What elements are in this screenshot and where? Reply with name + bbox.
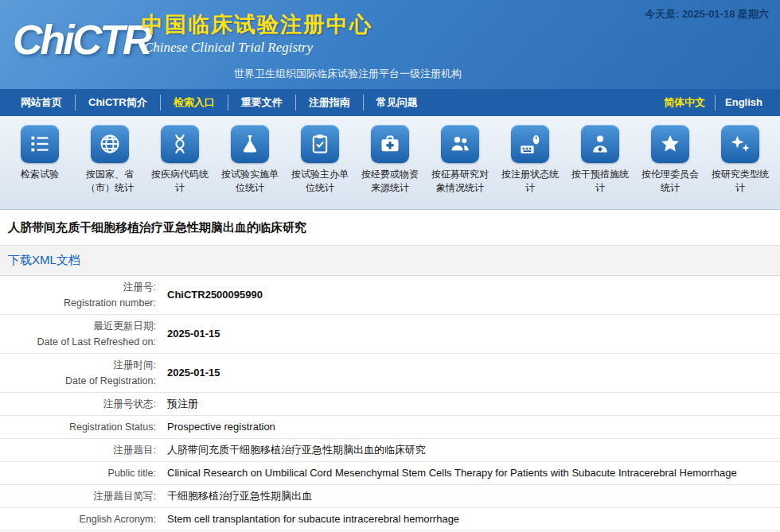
table-row-last-refreshed: 最近更新日期: Date of Last Refreshed on: 2025-… bbox=[0, 315, 780, 354]
toolbar-item-stats-by-country[interactable]: 按国家、省（市）统计 bbox=[75, 125, 145, 204]
row-label: Public title: bbox=[0, 465, 156, 481]
toolbar-item-label: 检索试验 bbox=[7, 168, 72, 181]
toolbar-item-label: 按经费或物资来源统计 bbox=[357, 168, 423, 195]
flask-icon bbox=[231, 125, 269, 163]
row-label: 注册题目: bbox=[0, 442, 156, 458]
toolbar-item-stats-by-ethics-committee[interactable]: 按伦理委员会统计 bbox=[635, 125, 705, 204]
row-label: 注册题目简写: bbox=[0, 488, 156, 504]
nav-item-search-entry[interactable]: 检索入口 bbox=[160, 95, 228, 111]
lang-simplified-chinese[interactable]: 简体中文 bbox=[654, 95, 715, 111]
row-value: 人脐带间充质干细胞移植治疗亚急性期脑出血的临床研究 bbox=[159, 440, 434, 460]
site-title-en: Chinese Clinical Trial Registry bbox=[144, 40, 313, 56]
table-row-public-title-zh: 注册题目: 人脐带间充质干细胞移植治疗亚急性期脑出血的临床研究 bbox=[0, 439, 780, 462]
toolbar-item-stats-by-implementing-unit[interactable]: 按试验实施单位统计 bbox=[215, 125, 285, 204]
row-label: English Acronym: bbox=[0, 511, 156, 527]
row-label-zh: 注册时间: bbox=[0, 357, 156, 373]
toolbar-item-label: 按试验实施单位统计 bbox=[217, 168, 283, 195]
table-row-registration-status-zh: 注册号状态: 预注册 bbox=[0, 393, 780, 416]
medical-kit-icon bbox=[371, 125, 409, 163]
site-header: ChiCTR 中国临床试验注册中心 Chinese Clinical Trial… bbox=[0, 0, 780, 89]
sparkles-icon bbox=[721, 125, 759, 163]
who-registry-line: 世界卫生组织国际临床试验注册平台一级注册机构 bbox=[234, 67, 462, 81]
download-xml-link[interactable]: 下载XML文档 bbox=[8, 253, 80, 266]
table-row-registration-number: 注册号: Registration number: ChiCTR25000959… bbox=[0, 276, 780, 315]
row-value: 2025-01-15 bbox=[159, 324, 228, 344]
row-value: 干细胞移植治疗亚急性期脑出血 bbox=[159, 486, 320, 507]
registration-detail-table: 注册号: Registration number: ChiCTR25000959… bbox=[0, 276, 780, 532]
today-date: 今天是: 2025-01-18 星期六 bbox=[645, 7, 769, 21]
star-icon bbox=[651, 125, 689, 163]
clipboard-icon bbox=[301, 125, 339, 163]
table-row-registration-date: 注册时间: Date of Registration: 2025-01-15 bbox=[0, 354, 780, 393]
nav-item-home[interactable]: 网站首页 bbox=[8, 95, 75, 111]
toolbar-item-stats-by-registration-status[interactable]: 按注册状态统计 bbox=[495, 125, 565, 204]
toolbar-item-label: 按伦理委员会统计 bbox=[638, 168, 703, 195]
nav-item-faq[interactable]: 常见问题 bbox=[363, 95, 431, 111]
row-value: Prospective registration bbox=[159, 417, 283, 437]
toolbar-item-label: 按干预措施统计 bbox=[567, 168, 633, 195]
row-value: 2025-01-15 bbox=[159, 363, 228, 383]
people-icon bbox=[441, 125, 479, 163]
row-label: 注册号状态: bbox=[0, 396, 156, 412]
toolbar-item-label: 按征募研究对象情况统计 bbox=[427, 168, 493, 195]
row-label-en: Registration number: bbox=[0, 295, 156, 311]
row-label-zh: 最近更新日期: bbox=[0, 318, 156, 334]
row-label-zh: 注册号: bbox=[0, 279, 156, 295]
keyboard-mouse-icon bbox=[511, 125, 549, 163]
row-label: Registration Status: bbox=[0, 419, 156, 435]
toolbar-item-search-trials[interactable]: 检索试验 bbox=[5, 125, 75, 204]
row-label-en: Date of Last Refreshed on: bbox=[0, 334, 156, 350]
row-label-en: Date of Registration: bbox=[0, 373, 156, 389]
toolbar-item-label: 按注册状态统计 bbox=[497, 168, 563, 195]
site-title-zh: 中国临床试验注册中心 bbox=[142, 10, 372, 39]
toolbar-item-stats-by-intervention[interactable]: 按干预措施统计 bbox=[565, 125, 635, 204]
toolbar-item-label: 按试验主办单位统计 bbox=[287, 168, 353, 195]
toolbar-item-stats-by-funding-source[interactable]: 按经费或物资来源统计 bbox=[355, 125, 425, 204]
row-value: Stem cell transplantation for subacute i… bbox=[159, 509, 467, 530]
row-value: ChiCTR2500095990 bbox=[159, 285, 271, 305]
toolbar-item-stats-by-sponsor-unit[interactable]: 按试验主办单位统计 bbox=[285, 125, 355, 204]
language-switcher: 简体中文 English bbox=[654, 95, 772, 111]
nav-item-about[interactable]: ChiCTR简介 bbox=[75, 95, 160, 111]
nav-item-important-documents[interactable]: 重要文件 bbox=[228, 95, 295, 111]
toolbar-item-label: 按国家、省（市）统计 bbox=[77, 168, 142, 195]
page-title: 人脐带间充质干细胞移植治疗亚急性期脑出血的临床研究 bbox=[0, 210, 780, 245]
toolbar-item-label: 按疾病代码统计 bbox=[147, 168, 213, 195]
lang-english[interactable]: English bbox=[715, 95, 772, 111]
globe-icon bbox=[91, 125, 129, 163]
main-nav: 网站首页 ChiCTR简介 检索入口 重要文件 注册指南 常见问题 简体中文 E… bbox=[0, 89, 780, 116]
row-value: 预注册 bbox=[159, 394, 206, 414]
doctor-icon bbox=[581, 125, 619, 163]
stats-toolbar: 检索试验 按国家、省（市）统计 按疾病代码统计 按试验实施单位统计 按试验主办单… bbox=[0, 116, 780, 210]
table-row-acronym-en: English Acronym: Stem cell transplantati… bbox=[0, 508, 780, 531]
row-value: Clinical Research on Umbilical Cord Mese… bbox=[159, 463, 745, 483]
numbered-list-icon bbox=[21, 125, 59, 163]
table-row-registration-status-en: Registration Status: Prospective registr… bbox=[0, 416, 780, 439]
table-row-public-title-en: Public title: Clinical Research on Umbil… bbox=[0, 462, 780, 485]
xml-download-bar: 下载XML文档 bbox=[0, 245, 780, 276]
toolbar-item-label: 按研究类型统计 bbox=[708, 168, 773, 195]
chictr-logo[interactable]: ChiCTR bbox=[13, 16, 150, 64]
toolbar-item-stats-by-study-type[interactable]: 按研究类型统计 bbox=[705, 125, 775, 204]
toolbar-item-stats-by-recruitment[interactable]: 按征募研究对象情况统计 bbox=[425, 125, 495, 204]
toolbar-item-stats-by-disease-code[interactable]: 按疾病代码统计 bbox=[145, 125, 215, 204]
nav-item-registration-guide[interactable]: 注册指南 bbox=[295, 95, 363, 111]
table-row-acronym-zh: 注册题目简写: 干细胞移植治疗亚急性期脑出血 bbox=[0, 485, 780, 508]
dna-icon bbox=[161, 125, 199, 163]
